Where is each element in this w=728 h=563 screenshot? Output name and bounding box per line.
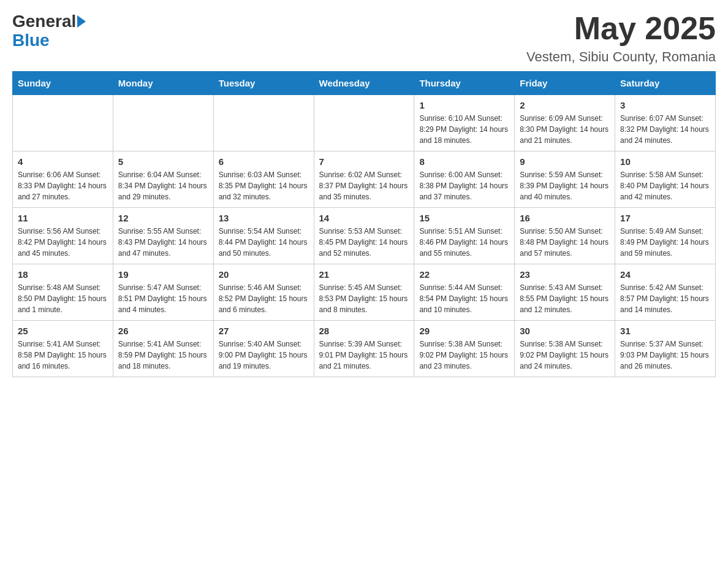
day-number: 14 xyxy=(319,213,409,223)
day-number: 7 xyxy=(319,156,409,167)
calendar-cell: 21Sunrise: 5:45 AM Sunset: 8:53 PM Dayli… xyxy=(314,264,414,321)
column-header-saturday: Saturday xyxy=(615,72,716,95)
calendar-cell: 1Sunrise: 6:10 AM Sunset: 8:29 PM Daylig… xyxy=(414,95,515,151)
day-number: 27 xyxy=(219,326,309,336)
day-info: Sunrise: 5:38 AM Sunset: 9:02 PM Dayligh… xyxy=(419,339,509,372)
page-header: General Blue May 2025 Vestem, Sibiu Coun… xyxy=(12,12,716,65)
day-number: 2 xyxy=(520,100,610,110)
calendar-cell xyxy=(213,95,314,151)
day-number: 15 xyxy=(419,213,509,223)
day-info: Sunrise: 5:41 AM Sunset: 8:59 PM Dayligh… xyxy=(118,339,208,372)
day-info: Sunrise: 5:46 AM Sunset: 8:52 PM Dayligh… xyxy=(219,282,309,315)
day-info: Sunrise: 6:02 AM Sunset: 8:37 PM Dayligh… xyxy=(319,169,409,202)
day-number: 20 xyxy=(219,269,309,280)
calendar-cell: 16Sunrise: 5:50 AM Sunset: 8:48 PM Dayli… xyxy=(515,208,615,264)
calendar-cell: 2Sunrise: 6:09 AM Sunset: 8:30 PM Daylig… xyxy=(515,95,615,151)
calendar-cell: 5Sunrise: 6:04 AM Sunset: 8:34 PM Daylig… xyxy=(113,151,213,208)
header-row: SundayMondayTuesdayWednesdayThursdayFrid… xyxy=(13,72,716,95)
day-number: 11 xyxy=(18,213,108,223)
calendar-cell: 9Sunrise: 5:59 AM Sunset: 8:39 PM Daylig… xyxy=(515,151,615,208)
day-info: Sunrise: 6:00 AM Sunset: 8:38 PM Dayligh… xyxy=(419,169,509,202)
calendar-cell: 30Sunrise: 5:38 AM Sunset: 9:02 PM Dayli… xyxy=(515,321,615,377)
day-info: Sunrise: 5:51 AM Sunset: 8:46 PM Dayligh… xyxy=(419,226,509,259)
day-info: Sunrise: 5:41 AM Sunset: 8:58 PM Dayligh… xyxy=(18,339,108,372)
day-info: Sunrise: 6:07 AM Sunset: 8:32 PM Dayligh… xyxy=(620,113,710,146)
day-number: 3 xyxy=(620,100,710,110)
day-info: Sunrise: 5:43 AM Sunset: 8:55 PM Dayligh… xyxy=(520,282,610,315)
day-info: Sunrise: 5:45 AM Sunset: 8:53 PM Dayligh… xyxy=(319,282,409,315)
day-info: Sunrise: 5:58 AM Sunset: 8:40 PM Dayligh… xyxy=(620,169,710,202)
calendar-week-2: 4Sunrise: 6:06 AM Sunset: 8:33 PM Daylig… xyxy=(13,151,716,208)
day-number: 10 xyxy=(620,156,710,167)
day-info: Sunrise: 5:38 AM Sunset: 9:02 PM Dayligh… xyxy=(520,339,610,372)
day-info: Sunrise: 5:39 AM Sunset: 9:01 PM Dayligh… xyxy=(319,339,409,372)
logo-arrow-icon xyxy=(77,15,86,28)
day-number: 13 xyxy=(219,213,309,223)
calendar-cell: 17Sunrise: 5:49 AM Sunset: 8:49 PM Dayli… xyxy=(615,208,716,264)
column-header-thursday: Thursday xyxy=(414,72,515,95)
day-info: Sunrise: 6:06 AM Sunset: 8:33 PM Dayligh… xyxy=(18,169,108,202)
day-info: Sunrise: 6:04 AM Sunset: 8:34 PM Dayligh… xyxy=(118,169,208,202)
calendar-cell xyxy=(13,95,113,151)
calendar-cell: 12Sunrise: 5:55 AM Sunset: 8:43 PM Dayli… xyxy=(113,208,213,264)
logo: General Blue xyxy=(12,12,87,50)
calendar-cell: 6Sunrise: 6:03 AM Sunset: 8:35 PM Daylig… xyxy=(213,151,314,208)
day-number: 17 xyxy=(620,213,710,223)
calendar-cell xyxy=(113,95,213,151)
column-header-wednesday: Wednesday xyxy=(314,72,414,95)
title-section: May 2025 Vestem, Sibiu County, Romania xyxy=(526,12,716,65)
column-header-tuesday: Tuesday xyxy=(213,72,314,95)
day-info: Sunrise: 5:56 AM Sunset: 8:42 PM Dayligh… xyxy=(18,226,108,259)
calendar-cell: 31Sunrise: 5:37 AM Sunset: 9:03 PM Dayli… xyxy=(615,321,716,377)
day-info: Sunrise: 5:50 AM Sunset: 8:48 PM Dayligh… xyxy=(520,226,610,259)
day-number: 6 xyxy=(219,156,309,167)
calendar-cell: 10Sunrise: 5:58 AM Sunset: 8:40 PM Dayli… xyxy=(615,151,716,208)
day-number: 21 xyxy=(319,269,409,280)
calendar-cell: 24Sunrise: 5:42 AM Sunset: 8:57 PM Dayli… xyxy=(615,264,716,321)
day-number: 12 xyxy=(118,213,208,223)
day-info: Sunrise: 5:47 AM Sunset: 8:51 PM Dayligh… xyxy=(118,282,208,315)
calendar-cell: 8Sunrise: 6:00 AM Sunset: 8:38 PM Daylig… xyxy=(414,151,515,208)
day-info: Sunrise: 6:09 AM Sunset: 8:30 PM Dayligh… xyxy=(520,113,610,146)
day-info: Sunrise: 6:03 AM Sunset: 8:35 PM Dayligh… xyxy=(219,169,309,202)
day-info: Sunrise: 5:55 AM Sunset: 8:43 PM Dayligh… xyxy=(118,226,208,259)
month-title: May 2025 xyxy=(526,12,716,44)
day-number: 25 xyxy=(18,326,108,336)
day-info: Sunrise: 5:49 AM Sunset: 8:49 PM Dayligh… xyxy=(620,226,710,259)
calendar-cell: 11Sunrise: 5:56 AM Sunset: 8:42 PM Dayli… xyxy=(13,208,113,264)
day-number: 22 xyxy=(419,269,509,280)
calendar-body: 1Sunrise: 6:10 AM Sunset: 8:29 PM Daylig… xyxy=(13,95,716,377)
calendar-cell: 15Sunrise: 5:51 AM Sunset: 8:46 PM Dayli… xyxy=(414,208,515,264)
day-info: Sunrise: 5:44 AM Sunset: 8:54 PM Dayligh… xyxy=(419,282,509,315)
calendar-week-3: 11Sunrise: 5:56 AM Sunset: 8:42 PM Dayli… xyxy=(13,208,716,264)
day-number: 28 xyxy=(319,326,409,336)
calendar-cell: 29Sunrise: 5:38 AM Sunset: 9:02 PM Dayli… xyxy=(414,321,515,377)
day-info: Sunrise: 5:37 AM Sunset: 9:03 PM Dayligh… xyxy=(620,339,710,372)
day-info: Sunrise: 6:10 AM Sunset: 8:29 PM Dayligh… xyxy=(419,113,509,146)
calendar-cell: 19Sunrise: 5:47 AM Sunset: 8:51 PM Dayli… xyxy=(113,264,213,321)
calendar-cell: 18Sunrise: 5:48 AM Sunset: 8:50 PM Dayli… xyxy=(13,264,113,321)
day-number: 18 xyxy=(18,269,108,280)
location-title: Vestem, Sibiu County, Romania xyxy=(526,49,716,65)
day-number: 8 xyxy=(419,156,509,167)
logo-general-text: General xyxy=(12,12,76,31)
day-number: 24 xyxy=(620,269,710,280)
calendar-cell: 4Sunrise: 6:06 AM Sunset: 8:33 PM Daylig… xyxy=(13,151,113,208)
day-number: 4 xyxy=(18,156,108,167)
day-info: Sunrise: 5:54 AM Sunset: 8:44 PM Dayligh… xyxy=(219,226,309,259)
day-info: Sunrise: 5:59 AM Sunset: 8:39 PM Dayligh… xyxy=(520,169,610,202)
day-info: Sunrise: 5:40 AM Sunset: 9:00 PM Dayligh… xyxy=(219,339,309,372)
calendar-header: SundayMondayTuesdayWednesdayThursdayFrid… xyxy=(13,72,716,95)
calendar-cell: 20Sunrise: 5:46 AM Sunset: 8:52 PM Dayli… xyxy=(213,264,314,321)
day-number: 30 xyxy=(520,326,610,336)
calendar-cell: 26Sunrise: 5:41 AM Sunset: 8:59 PM Dayli… xyxy=(113,321,213,377)
column-header-friday: Friday xyxy=(515,72,615,95)
day-number: 19 xyxy=(118,269,208,280)
day-number: 23 xyxy=(520,269,610,280)
day-number: 1 xyxy=(419,100,509,110)
calendar-cell: 3Sunrise: 6:07 AM Sunset: 8:32 PM Daylig… xyxy=(615,95,716,151)
calendar-cell: 23Sunrise: 5:43 AM Sunset: 8:55 PM Dayli… xyxy=(515,264,615,321)
calendar-table: SundayMondayTuesdayWednesdayThursdayFrid… xyxy=(12,71,716,377)
calendar-cell: 28Sunrise: 5:39 AM Sunset: 9:01 PM Dayli… xyxy=(314,321,414,377)
day-number: 16 xyxy=(520,213,610,223)
